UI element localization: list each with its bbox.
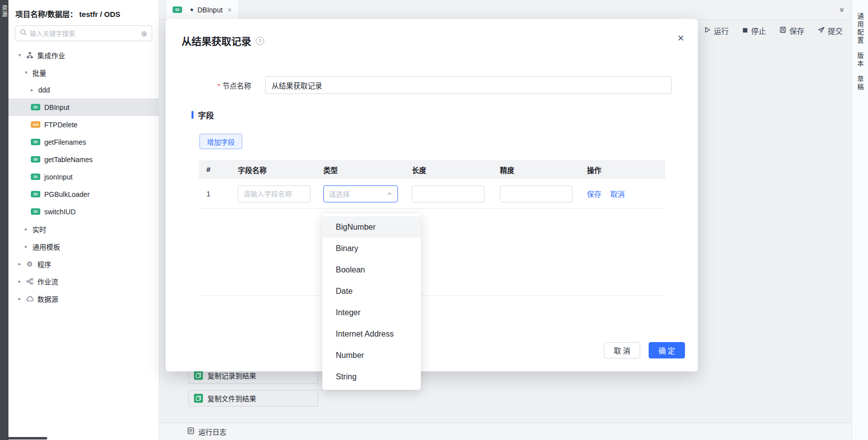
copy-icon <box>194 394 203 403</box>
tab-bar: DI ★ DBInput × » <box>159 0 852 20</box>
expand-arrow-icon[interactable]: ▸ <box>31 87 38 92</box>
tree-item-switchiud[interactable]: DI switchIUD <box>8 203 159 220</box>
expand-arrow-icon[interactable]: ▸ <box>18 278 26 284</box>
tree-item-label: DBInput <box>44 103 70 111</box>
tree-item-ftpdelete[interactable]: Job FTPDelete <box>8 116 159 133</box>
save-button[interactable]: 保存 <box>779 25 804 36</box>
dialog-confirm-button[interactable]: 确 定 <box>649 342 685 358</box>
tree-item-integration-jobs[interactable]: ▾ 集成作业 <box>8 46 159 64</box>
type-dropdown: BigNumber Binary Boolean Date Integer In… <box>322 214 421 390</box>
precision-cell <box>500 185 587 202</box>
workflow-icon <box>26 277 33 285</box>
tree-item-label: getTableNames <box>44 156 93 164</box>
tree-item-programs[interactable]: ▸ ⚙ 程序 <box>8 255 159 272</box>
collapse-toolbar-chevron-icon[interactable]: » <box>840 5 852 14</box>
precision-input[interactable] <box>500 185 573 202</box>
tree-item-label: switchIUD <box>44 208 76 216</box>
row-actions: 保存 取消 <box>587 188 665 199</box>
expand-arrow-icon[interactable]: ▸ <box>18 296 26 301</box>
type-option-binary[interactable]: Binary <box>322 238 421 259</box>
chevron-up-icon <box>386 191 392 197</box>
copy-icon <box>194 371 203 380</box>
tree-item-dbinput[interactable]: DI DBInput <box>8 98 159 116</box>
run-log-panel-header[interactable]: 运行日志 <box>159 423 852 440</box>
get-records-dialog: 从结果获取记录 ? × *节点名称 字段 增加字段 # 字段名称 类型 长度 精… <box>166 19 698 371</box>
tab-close-icon[interactable]: × <box>228 6 232 14</box>
type-option-string[interactable]: String <box>322 366 421 387</box>
expand-arrow-icon[interactable]: ▸ <box>25 244 32 249</box>
right-rail-drafts[interactable]: 草稿 <box>856 76 865 91</box>
tree-item-datasources[interactable]: ▸ 数据源 <box>8 290 159 307</box>
node-name-row: *节点名称 <box>166 76 698 94</box>
resources-tab[interactable]: 资源 <box>0 5 8 440</box>
right-rail-general-config[interactable]: 通用配置 <box>856 13 865 45</box>
type-option-internet-address[interactable]: Internet Address <box>322 323 421 345</box>
col-actions: 操作 <box>587 165 665 175</box>
row-save-link[interactable]: 保存 <box>587 188 601 199</box>
tree-item-label: jsonInput <box>44 173 73 181</box>
tree-item-jsoninput[interactable]: DI jsonInput <box>8 168 159 185</box>
search-box[interactable]: ⊕ <box>15 25 152 41</box>
dialog-close-icon[interactable]: × <box>677 33 684 44</box>
resource-tree: ▾ 集成作业 ▾ 批量 ▸ ddd DI DBInput Job FTPDele… <box>8 46 159 307</box>
col-index: # <box>206 166 238 174</box>
type-option-boolean[interactable]: Boolean <box>322 259 421 280</box>
stop-icon <box>742 26 748 35</box>
tree-item-ddd[interactable]: ▸ ddd <box>8 81 159 98</box>
horizontal-scrollbar-thumb[interactable] <box>0 437 47 440</box>
type-option-integer[interactable]: Integer <box>322 302 421 323</box>
expand-arrow-icon[interactable]: ▸ <box>18 261 26 266</box>
type-option-bignumber[interactable]: BigNumber <box>322 216 421 238</box>
tab-dbinput[interactable]: DI ★ DBInput × <box>166 0 239 19</box>
submit-label: 提交 <box>828 25 843 36</box>
submit-paper-plane-icon <box>818 26 825 35</box>
job-badge-icon: Job <box>31 121 40 128</box>
submit-button[interactable]: 提交 <box>818 25 843 36</box>
search-icon <box>20 29 27 38</box>
di-badge-icon: DI <box>31 174 40 180</box>
tree-item-pgbulkloader[interactable]: DI PGBulkLoader <box>8 185 159 203</box>
row-cancel-link[interactable]: 取消 <box>610 188 625 199</box>
collapse-arrow-icon[interactable]: ▾ <box>18 52 26 58</box>
length-input[interactable] <box>412 185 484 202</box>
save-label: 保存 <box>789 25 804 36</box>
tree-item-realtime[interactable]: ▸ 实时 <box>8 220 159 238</box>
di-badge-icon: DI <box>31 104 40 110</box>
right-rail-versions[interactable]: 版本 <box>856 52 865 68</box>
tree-item-batch[interactable]: ▾ 批量 <box>8 64 159 81</box>
tree-item-gettablenames[interactable]: DI getTableNames <box>8 151 159 168</box>
length-cell <box>412 185 500 202</box>
tree-item-getfilenames[interactable]: DI getFilenames <box>8 133 159 151</box>
required-mark: * <box>217 82 220 90</box>
field-name-input[interactable] <box>238 185 310 202</box>
expand-arrow-icon[interactable]: ▸ <box>25 226 32 232</box>
collapse-arrow-icon[interactable]: ▾ <box>25 70 32 75</box>
type-option-date[interactable]: Date <box>322 280 421 302</box>
run-icon <box>704 26 711 35</box>
type-select[interactable]: 请选择 <box>323 185 398 202</box>
tree-item-label: PGBulkLoader <box>44 190 90 198</box>
section-accent-bar <box>192 111 193 119</box>
tree-item-label: 集成作业 <box>37 50 65 60</box>
tree-item-label: 作业流 <box>37 276 58 286</box>
tree-item-label: getFilenames <box>44 138 86 146</box>
tree-item-workflows[interactable]: ▸ 作业流 <box>8 272 159 290</box>
run-label: 运行 <box>714 25 729 36</box>
tree-item-templates[interactable]: ▸ 通用模板 <box>8 238 159 255</box>
run-button[interactable]: 运行 <box>704 25 729 36</box>
type-select-placeholder: 请选择 <box>329 189 350 199</box>
di-badge-icon: DI <box>31 139 40 145</box>
add-field-button[interactable]: 增加字段 <box>199 134 242 149</box>
help-icon[interactable]: ? <box>256 37 264 45</box>
type-option-number[interactable]: Number <box>322 345 421 366</box>
di-badge-icon: DI <box>31 156 40 163</box>
dialog-cancel-button[interactable]: 取 消 <box>604 342 640 358</box>
search-input[interactable] <box>30 30 138 37</box>
node-name-input[interactable] <box>265 76 672 94</box>
log-icon <box>187 427 194 436</box>
stop-button[interactable]: 停止 <box>742 25 766 36</box>
locate-file-icon[interactable]: ⊕ <box>141 30 147 37</box>
gear-icon: ⚙ <box>26 260 33 267</box>
palette-copy-files-button[interactable]: 复制文件到结果 <box>188 390 318 407</box>
left-rail: 资源 <box>0 0 8 440</box>
